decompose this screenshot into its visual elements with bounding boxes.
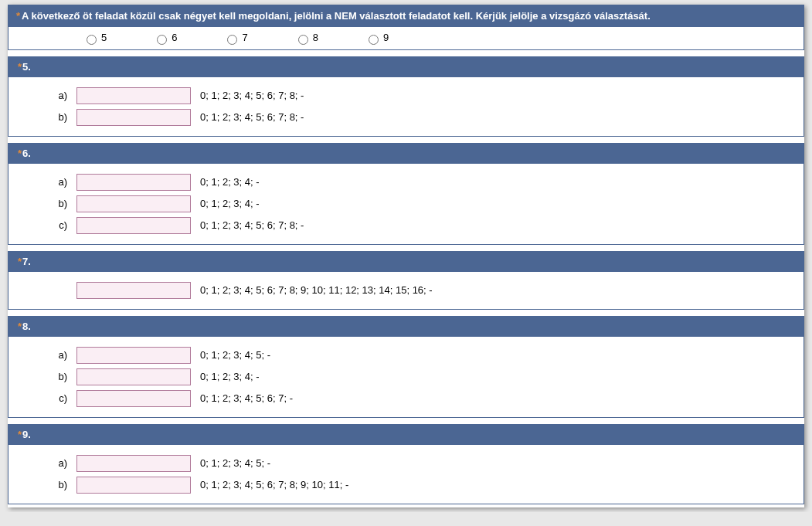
score-input[interactable]	[76, 87, 191, 104]
allowed-values: 0; 1; 2; 3; 4; 5; 6; 7; 8; 9; 10; 11; -	[195, 474, 353, 496]
subtask-label: b)	[8, 366, 72, 388]
task-rows: a)0; 1; 2; 3; 4; 5; 6; 7; 8; -b)0; 1; 2;…	[8, 85, 308, 128]
task-title: 7.	[22, 256, 31, 267]
task-row: a)0; 1; 2; 3; 4; -	[8, 171, 308, 193]
input-cell	[72, 366, 195, 388]
input-cell	[72, 215, 195, 236]
skip-radio-label: 9	[383, 32, 389, 43]
input-cell	[72, 107, 195, 128]
input-cell	[72, 388, 195, 409]
task-row: b)0; 1; 2; 3; 4; 5; 6; 7; 8; 9; 10; 11; …	[8, 474, 353, 496]
skip-radio-label: 5	[101, 32, 107, 43]
allowed-values: 0; 1; 2; 3; 4; 5; 6; 7; -	[195, 388, 297, 409]
allowed-values: 0; 1; 2; 3; 4; -	[195, 193, 308, 215]
intro-header: *A következő öt feladat közül csak négye…	[8, 5, 804, 27]
subtask-label	[8, 280, 72, 301]
skip-option-9[interactable]: 9	[365, 32, 389, 45]
required-asterisk: *	[16, 10, 20, 22]
skip-radio-label: 7	[242, 32, 247, 43]
task-rows: a)0; 1; 2; 3; 4; -b)0; 1; 2; 3; 4; -c)0;…	[8, 171, 308, 236]
task-block-5: *5.a)0; 1; 2; 3; 4; 5; 6; 7; 8; -b)0; 1;…	[8, 56, 804, 137]
skip-option-5[interactable]: 5	[83, 32, 107, 45]
score-input[interactable]	[76, 477, 191, 494]
input-cell	[72, 85, 195, 107]
skip-radio-5[interactable]	[87, 35, 97, 45]
task-block-6: *6.a)0; 1; 2; 3; 4; -b)0; 1; 2; 3; 4; -c…	[8, 143, 804, 245]
subtask-label: b)	[8, 474, 72, 496]
task-row: a)0; 1; 2; 3; 4; 5; 6; 7; 8; -	[8, 85, 308, 107]
skip-radio-label: 8	[313, 32, 318, 43]
task-row: b)0; 1; 2; 3; 4; -	[8, 193, 308, 215]
allowed-values: 0; 1; 2; 3; 4; 5; 6; 7; 8; -	[195, 215, 308, 236]
subtask-label: b)	[8, 193, 72, 215]
task-row: a)0; 1; 2; 3; 4; 5; -	[8, 344, 297, 366]
skip-radio-6[interactable]	[157, 35, 167, 45]
task-body-5: a)0; 1; 2; 3; 4; 5; 6; 7; 8; -b)0; 1; 2;…	[8, 77, 804, 137]
task-blocks: *5.a)0; 1; 2; 3; 4; 5; 6; 7; 8; -b)0; 1;…	[8, 56, 804, 504]
allowed-values: 0; 1; 2; 3; 4; 5; -	[195, 453, 353, 474]
required-asterisk: *	[18, 148, 22, 159]
subtask-label: c)	[8, 388, 72, 409]
task-row: c)0; 1; 2; 3; 4; 5; 6; 7; -	[8, 388, 297, 409]
score-input[interactable]	[76, 455, 191, 472]
input-cell	[72, 280, 195, 301]
skip-option-7[interactable]: 7	[223, 32, 247, 45]
allowed-values: 0; 1; 2; 3; 4; -	[195, 366, 297, 388]
task-row: b)0; 1; 2; 3; 4; 5; 6; 7; 8; -	[8, 107, 308, 128]
task-rows: 0; 1; 2; 3; 4; 5; 6; 7; 8; 9; 10; 11; 12…	[8, 280, 437, 301]
score-input[interactable]	[76, 368, 191, 385]
task-title: 6.	[22, 148, 31, 159]
input-cell	[72, 474, 195, 496]
task-row: 0; 1; 2; 3; 4; 5; 6; 7; 8; 9; 10; 11; 12…	[8, 280, 437, 301]
subtask-label: a)	[8, 171, 72, 193]
allowed-values: 0; 1; 2; 3; 4; 5; -	[195, 344, 297, 366]
task-row: a)0; 1; 2; 3; 4; 5; -	[8, 453, 353, 474]
task-header-7: *7.	[8, 251, 804, 272]
task-block-8: *8.a)0; 1; 2; 3; 4; 5; -b)0; 1; 2; 3; 4;…	[8, 316, 804, 418]
subtask-label: a)	[8, 453, 72, 474]
allowed-values: 0; 1; 2; 3; 4; 5; 6; 7; 8; -	[195, 85, 308, 107]
allowed-values: 0; 1; 2; 3; 4; -	[195, 171, 308, 193]
skip-radio-7[interactable]	[227, 35, 237, 45]
task-rows: a)0; 1; 2; 3; 4; 5; -b)0; 1; 2; 3; 4; -c…	[8, 344, 297, 409]
task-title: 5.	[22, 61, 31, 73]
task-body-6: a)0; 1; 2; 3; 4; -b)0; 1; 2; 3; 4; -c)0;…	[8, 164, 804, 245]
score-input[interactable]	[76, 195, 191, 212]
task-header-9: *9.	[8, 424, 804, 445]
score-input[interactable]	[76, 174, 191, 191]
score-input[interactable]	[76, 217, 191, 234]
task-header-8: *8.	[8, 316, 804, 337]
input-cell	[72, 171, 195, 193]
score-input[interactable]	[76, 109, 191, 126]
task-block-9: *9.a)0; 1; 2; 3; 4; 5; -b)0; 1; 2; 3; 4;…	[8, 424, 804, 504]
skip-choice-bar: 56789	[8, 27, 804, 50]
input-cell	[72, 193, 195, 215]
task-row: c)0; 1; 2; 3; 4; 5; 6; 7; 8; -	[8, 215, 308, 236]
skip-radio-label: 6	[172, 32, 177, 43]
skip-radio-9[interactable]	[369, 35, 379, 45]
task-block-7: *7.0; 1; 2; 3; 4; 5; 6; 7; 8; 9; 10; 11;…	[8, 251, 804, 310]
task-body-9: a)0; 1; 2; 3; 4; 5; -b)0; 1; 2; 3; 4; 5;…	[8, 445, 804, 504]
skip-option-6[interactable]: 6	[153, 32, 177, 45]
score-input[interactable]	[76, 347, 191, 364]
required-asterisk: *	[18, 321, 22, 332]
input-cell	[72, 344, 195, 366]
intro-text: A következő öt feladat közül csak négyet…	[22, 10, 651, 22]
task-body-8: a)0; 1; 2; 3; 4; 5; -b)0; 1; 2; 3; 4; -c…	[8, 337, 804, 418]
task-body-7: 0; 1; 2; 3; 4; 5; 6; 7; 8; 9; 10; 11; 12…	[8, 272, 804, 310]
score-input[interactable]	[76, 282, 191, 299]
required-asterisk: *	[18, 429, 22, 440]
subtask-label: a)	[8, 344, 72, 366]
task-header-5: *5.	[8, 56, 804, 77]
subtask-label: c)	[8, 215, 72, 236]
input-cell	[72, 453, 195, 474]
subtask-label: a)	[8, 85, 72, 107]
task-row: b)0; 1; 2; 3; 4; -	[8, 366, 297, 388]
required-asterisk: *	[18, 61, 22, 73]
skip-option-8[interactable]: 8	[294, 32, 318, 45]
exam-form: *A következő öt feladat közül csak négye…	[8, 5, 804, 507]
skip-radio-8[interactable]	[298, 35, 308, 45]
task-title: 8.	[22, 321, 31, 332]
score-input[interactable]	[76, 390, 191, 407]
task-title: 9.	[22, 429, 31, 440]
